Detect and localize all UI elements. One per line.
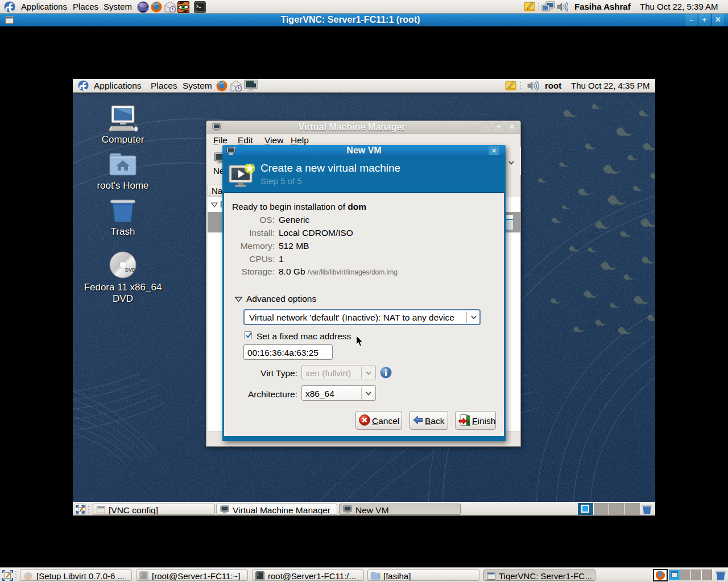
svg-text:DVD: DVD bbox=[125, 267, 135, 273]
